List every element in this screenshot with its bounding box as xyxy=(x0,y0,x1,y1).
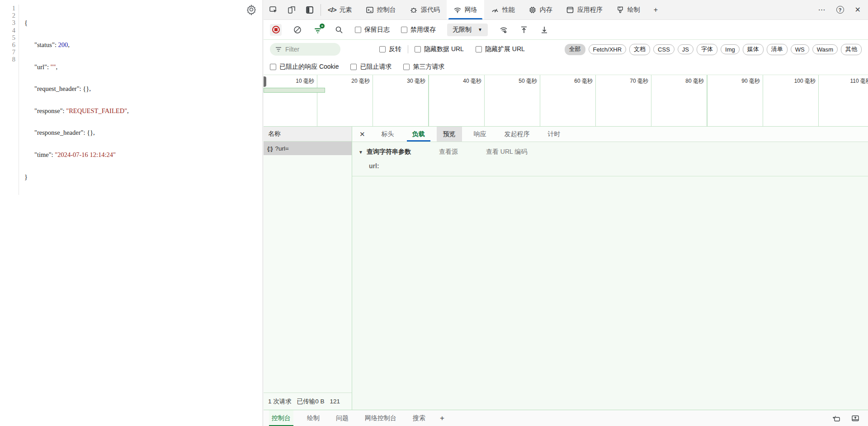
bug-icon xyxy=(410,6,418,14)
drawer-tab-issues[interactable]: 问题 xyxy=(333,410,351,426)
network-conditions-icon[interactable] xyxy=(499,25,508,34)
drawer-tab-search[interactable]: 搜索 xyxy=(410,410,428,426)
close-detail-icon[interactable]: ✕ xyxy=(352,127,373,142)
code-line: "time": "2024-07-16 12:14:24" xyxy=(24,151,129,158)
timeline-scrubber-handle[interactable] xyxy=(264,76,266,87)
line-number: 8 xyxy=(0,56,15,63)
disclosure-triangle-icon[interactable]: ▼ xyxy=(359,150,363,155)
device-emulation-icon[interactable] xyxy=(287,5,296,14)
chip-ws[interactable]: WS xyxy=(791,44,809,54)
more-options-icon[interactable]: ⋯ xyxy=(818,6,826,14)
filter-input-pill[interactable] xyxy=(270,43,340,56)
tab-console[interactable]: 控制台 xyxy=(359,0,403,19)
rotate-device-icon[interactable] xyxy=(832,414,841,423)
hide-extension-urls-label: 隐藏扩展 URL xyxy=(485,45,525,53)
chip-img[interactable]: Img xyxy=(721,44,740,54)
query-string-section-header[interactable]: ▼ 查询字符串参数 查看源 查看 URL 编码 xyxy=(352,148,868,156)
third-party-requests-checkbox[interactable]: 第三方请求 xyxy=(403,63,444,71)
tab-application[interactable]: 应用程序 xyxy=(559,0,609,19)
hide-data-urls-checkbox[interactable]: 隐藏数据 URL xyxy=(415,45,464,53)
network-split-view: 名称 {:} ?url= 1 次请求 已传输0 B 121 ✕ 标头 负载 预览… xyxy=(264,127,868,410)
timeline-tick-label: 40 毫秒 xyxy=(441,77,481,85)
chip-doc[interactable]: 文档 xyxy=(629,44,650,55)
timeline-tick-label: 20 毫秒 xyxy=(329,77,370,85)
preserve-log-checkbox[interactable]: 保留日志 xyxy=(355,26,390,34)
chip-media[interactable]: 媒体 xyxy=(743,44,764,55)
json-comma: , xyxy=(89,85,91,92)
chip-js[interactable]: JS xyxy=(678,44,693,54)
drawer-add-tab-button[interactable]: + xyxy=(436,410,448,426)
blocked-filters-row: 已阻止的响应 Cookie 已阻止请求 第三方请求 xyxy=(264,59,868,75)
preserve-log-label: 保留日志 xyxy=(364,26,390,34)
tab-label: 绘制 xyxy=(627,6,640,14)
help-icon[interactable]: ? xyxy=(836,6,844,14)
timeline-tick-label: 100 毫秒 xyxy=(775,77,816,85)
drawer-tab-network-console[interactable]: 网络控制台 xyxy=(362,410,399,426)
view-urlencoded-link[interactable]: 查看 URL 编码 xyxy=(486,148,527,156)
request-row-selected[interactable]: {:} ?url= xyxy=(264,142,352,155)
add-tab-button[interactable]: + xyxy=(647,0,665,19)
json-key: "response" xyxy=(34,107,63,114)
blocked-response-cookies-checkbox[interactable]: 已阻止的响应 Cookie xyxy=(270,63,339,71)
name-column-header[interactable]: 名称 xyxy=(264,127,352,142)
chip-all[interactable]: 全部 xyxy=(565,44,585,55)
tabbar-tool-icons xyxy=(264,0,321,19)
view-source-link[interactable]: 查看源 xyxy=(439,148,458,156)
filter-input[interactable] xyxy=(285,46,330,53)
chip-fetch-xhr[interactable]: Fetch/XHR xyxy=(589,44,627,54)
close-devtools-icon[interactable]: ✕ xyxy=(855,6,861,14)
json-content: { "status": 200, "url": "", "request_hea… xyxy=(19,5,129,195)
filter-toggle-icon[interactable]: × xyxy=(313,25,323,34)
detail-tab-preview[interactable]: 预览 xyxy=(437,127,462,142)
tab-performance[interactable]: 性能 xyxy=(484,0,522,19)
checkbox-box xyxy=(403,64,410,70)
drawer-tab-console[interactable]: 控制台 xyxy=(269,410,293,426)
tab-paint[interactable]: 绘制 xyxy=(609,0,647,19)
page-settings-gear-icon[interactable] xyxy=(245,4,257,15)
json-object-value: {} xyxy=(83,85,89,92)
chip-manifest[interactable]: 清单 xyxy=(767,44,788,55)
detail-tab-headers[interactable]: 标头 xyxy=(375,127,401,142)
param-key-label: url: xyxy=(369,162,379,170)
inspect-element-icon[interactable] xyxy=(269,5,278,14)
blocked-requests-checkbox[interactable]: 已阻止请求 xyxy=(350,63,392,71)
json-sep: : xyxy=(55,41,58,48)
tab-sources[interactable]: 源代码 xyxy=(403,0,447,19)
chip-other[interactable]: 其他 xyxy=(841,44,862,55)
record-network-log-button[interactable] xyxy=(270,24,282,36)
tab-label: 源代码 xyxy=(421,6,440,14)
code-line: { xyxy=(24,19,129,26)
summary-transferred: 已传输0 B xyxy=(297,398,325,406)
invert-filter-checkbox[interactable]: 反转 xyxy=(379,45,401,53)
expand-drawer-icon[interactable] xyxy=(851,414,860,423)
disable-cache-checkbox[interactable]: 禁用缓存 xyxy=(401,26,436,34)
chip-wasm[interactable]: Wasm xyxy=(812,44,838,54)
json-sep: : xyxy=(83,129,87,136)
tab-elements[interactable]: </> 元素 xyxy=(321,0,359,19)
throttling-select[interactable]: 无限制 ▼ xyxy=(447,24,488,36)
tabbar-controls: ⋯ ? ✕ xyxy=(818,0,868,19)
network-overview-timeline[interactable]: 10 毫秒 20 毫秒 30 毫秒 40 毫秒 50 毫秒 60 毫秒 70 毫… xyxy=(264,75,868,127)
param-key-url: url: xyxy=(352,156,868,170)
search-icon[interactable] xyxy=(335,25,344,34)
clear-network-log-icon[interactable] xyxy=(293,25,302,34)
detail-tab-payload[interactable]: 负载 xyxy=(406,127,431,142)
hide-extension-urls-checkbox[interactable]: 隐藏扩展 URL xyxy=(476,45,525,53)
export-har-icon[interactable] xyxy=(540,25,549,34)
dock-side-icon[interactable] xyxy=(305,5,314,14)
chip-css[interactable]: CSS xyxy=(653,44,675,54)
timeline-tick-label: 10 毫秒 xyxy=(274,77,314,85)
chip-font[interactable]: 字体 xyxy=(697,44,717,55)
import-har-icon[interactable] xyxy=(519,25,528,34)
tab-network[interactable]: 网络 xyxy=(447,0,484,19)
detail-tab-response[interactable]: 响应 xyxy=(467,127,493,142)
tab-memory[interactable]: 内存 xyxy=(522,0,559,19)
detail-tab-timing[interactable]: 计时 xyxy=(542,127,567,142)
request-waterfall-bar xyxy=(264,88,325,93)
line-number: 2 xyxy=(0,12,15,19)
timeline-tick-label: 80 毫秒 xyxy=(663,77,704,85)
detail-tab-initiator[interactable]: 发起程序 xyxy=(498,127,536,142)
json-sep: : xyxy=(47,63,51,71)
devtools-panel: </> 元素 控制台 源代码 xyxy=(264,0,868,426)
drawer-tab-paint[interactable]: 绘制 xyxy=(304,410,322,426)
